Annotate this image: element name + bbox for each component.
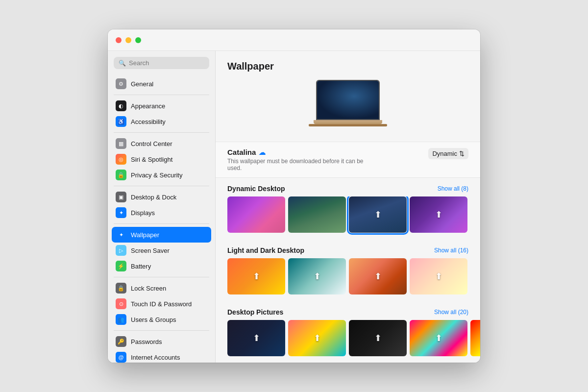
privacy-icon: 🔒 — [116, 170, 126, 180]
wallpaper-icon-glyph: ✦ — [119, 232, 123, 238]
sidebar-item-wallpaper[interactable]: ✦Wallpaper — [112, 227, 211, 243]
section-desktop: Desktop PicturesShow all (20)⬆⬆⬆⬆⬆ — [216, 301, 480, 363]
passwords-icon: 🔑 — [116, 336, 126, 347]
sidebar-item-lockscreen[interactable]: 🔒Lock Screen — [112, 280, 211, 296]
wallpaper-grid-desktop: ⬆⬆⬆⬆⬆ — [216, 320, 480, 363]
wallpaper-thumb-dynamic-0[interactable] — [227, 196, 285, 233]
wallpaper-thumb-desktop-0[interactable]: ⬆ — [227, 320, 285, 356]
sidebar-item-users[interactable]: 👥Users & Groups — [112, 312, 211, 327]
sidebar-item-touchid[interactable]: ⊙Touch ID & Password — [112, 296, 211, 312]
wallpaper-thumb-inner-dynamic-0 — [227, 196, 285, 233]
appearance-icon: ◐ — [116, 100, 126, 111]
wallpaper-description: This wallpaper must be downloaded before… — [227, 158, 365, 172]
laptop-screen-content — [317, 81, 379, 119]
divider-after-displays — [114, 223, 209, 224]
sidebar-label-accessibility: Accessibility — [131, 118, 166, 125]
search-icon: 🔍 — [119, 60, 126, 67]
sidebar-item-battery[interactable]: ⚡Battery — [112, 258, 211, 274]
wallpaper-thumb-dynamic-2[interactable]: ⬆ — [349, 196, 407, 233]
show-all-lightdark[interactable]: Show all (16) — [434, 247, 468, 254]
wallpaper-thumb-desktop-2[interactable]: ⬆ — [349, 320, 407, 356]
sidebar-items-container: ⚙General◐Appearance♿Accessibility▦Contro… — [112, 76, 211, 363]
section-header-lightdark: Light and Dark DesktopShow all (16) — [216, 240, 480, 258]
wallpaper-thumb-lightdark-1[interactable]: ⬆ — [288, 258, 346, 294]
dynamic-dropdown[interactable]: Dynamic ⇅ — [428, 148, 468, 159]
wallpaper-grid-dynamic: ⬆⬆ — [216, 196, 480, 240]
internet-icon: @ — [116, 352, 126, 363]
sidebar-item-siri[interactable]: ◎Siri & Spotlight — [112, 151, 211, 167]
divider-after-general — [114, 95, 209, 95]
sidebar-item-desktop[interactable]: ▣Desktop & Dock — [112, 189, 211, 205]
download-icon-lightdark-1: ⬆ — [314, 271, 321, 282]
users-icon-glyph: 👥 — [118, 317, 124, 323]
divider-after-users — [114, 330, 209, 331]
main-panel: Wallpaper Catalina ☁ Th — [216, 51, 480, 363]
sidebar-label-users: Users & Groups — [131, 316, 176, 323]
section-title-lightdark: Light and Dark Desktop — [227, 246, 304, 254]
section-title-dynamic: Dynamic Desktop — [227, 185, 285, 193]
sidebar-item-privacy[interactable]: 🔒Privacy & Security — [112, 167, 211, 183]
sidebar-item-internet[interactable]: @Internet Accounts — [112, 349, 211, 363]
divider-after-battery — [114, 277, 209, 277]
displays-icon: ✦ — [116, 207, 126, 218]
wallpaper-thumb-desktop-3[interactable]: ⬆ — [410, 320, 467, 356]
download-icon-desktop-2: ⬆ — [374, 333, 382, 343]
wallpaper-thumb-dynamic-3[interactable]: ⬆ — [410, 196, 467, 233]
sidebar-label-touchid: Touch ID & Password — [131, 300, 192, 308]
sidebar-item-passwords[interactable]: 🔑Passwords — [112, 334, 211, 349]
titlebar — [108, 29, 480, 51]
download-icon-lightdark-0: ⬆ — [253, 271, 260, 282]
wallpaper-thumb-desktop-4[interactable]: ⬆ — [470, 320, 480, 356]
section-header-desktop: Desktop PicturesShow all (20) — [216, 301, 480, 320]
sidebar-label-displays: Displays — [131, 209, 155, 217]
sidebar-item-controlcenter[interactable]: ▦Control Center — [112, 136, 211, 151]
wallpaper-sections-container: Dynamic DesktopShow all (8)⬆⬆Light and D… — [216, 178, 480, 363]
section-lightdark: Light and Dark DesktopShow all (16)⬆⬆⬆⬆ — [216, 240, 480, 301]
laptop-bottom — [309, 124, 387, 126]
sidebar-label-privacy: Privacy & Security — [131, 172, 182, 179]
sidebar-item-general[interactable]: ⚙General — [112, 76, 211, 92]
sidebar-label-wallpaper: Wallpaper — [131, 231, 159, 239]
sidebar-item-displays[interactable]: ✦Displays — [112, 205, 211, 220]
displays-icon-glyph: ✦ — [119, 210, 123, 216]
sidebar-item-accessibility[interactable]: ♿Accessibility — [112, 114, 211, 129]
search-input[interactable] — [129, 59, 204, 67]
sidebar-label-internet: Internet Accounts — [131, 354, 180, 361]
show-all-desktop[interactable]: Show all (20) — [434, 309, 468, 316]
sidebar-item-screensaver[interactable]: ▷Screen Saver — [112, 243, 211, 258]
wallpaper-thumb-lightdark-3[interactable]: ⬆ — [410, 258, 467, 294]
wallpaper-thumb-lightdark-2[interactable]: ⬆ — [349, 258, 407, 294]
search-box[interactable]: 🔍 — [114, 57, 209, 69]
wallpaper-preview-section — [216, 72, 480, 142]
laptop-screen — [316, 80, 380, 120]
show-all-dynamic[interactable]: Show all (8) — [438, 185, 468, 192]
sidebar-label-screensaver: Screen Saver — [131, 247, 170, 254]
sidebar-item-appearance[interactable]: ◐Appearance — [112, 98, 211, 114]
download-icon-desktop-1: ⬆ — [314, 333, 321, 343]
dynamic-label: Dynamic — [432, 150, 457, 157]
lockscreen-icon-glyph: 🔒 — [118, 285, 124, 292]
maximize-button[interactable] — [135, 37, 141, 43]
wallpaper-thumb-inner-desktop-4 — [470, 320, 480, 356]
download-icon-dynamic-2: ⬆ — [374, 209, 382, 220]
wallpaper-thumb-dynamic-1[interactable] — [288, 196, 346, 233]
laptop-base — [314, 120, 382, 124]
wallpaper-name: Catalina ☁ — [227, 148, 365, 156]
wallpaper-grid-lightdark: ⬆⬆⬆⬆ — [216, 258, 480, 301]
wallpaper-thumb-lightdark-0[interactable]: ⬆ — [227, 258, 285, 294]
download-icon-desktop-0: ⬆ — [253, 333, 260, 343]
sidebar-label-lockscreen: Lock Screen — [131, 285, 166, 292]
touchid-icon: ⊙ — [116, 298, 126, 309]
close-button[interactable] — [116, 37, 122, 43]
wallpaper-thumb-inner-dynamic-1 — [288, 196, 346, 233]
touchid-icon-glyph: ⊙ — [119, 301, 123, 307]
wallpaper-info-left: Catalina ☁ This wallpaper must be downlo… — [227, 148, 365, 172]
minimize-button[interactable] — [125, 37, 131, 43]
wallpaper-thumb-desktop-1[interactable]: ⬆ — [288, 320, 346, 356]
appearance-icon-glyph: ◐ — [119, 103, 123, 109]
sidebar-label-general: General — [131, 80, 153, 88]
download-icon-dynamic-3: ⬆ — [435, 209, 442, 220]
traffic-lights — [116, 37, 141, 43]
accessibility-icon: ♿ — [116, 116, 126, 127]
privacy-icon-glyph: 🔒 — [118, 172, 124, 178]
